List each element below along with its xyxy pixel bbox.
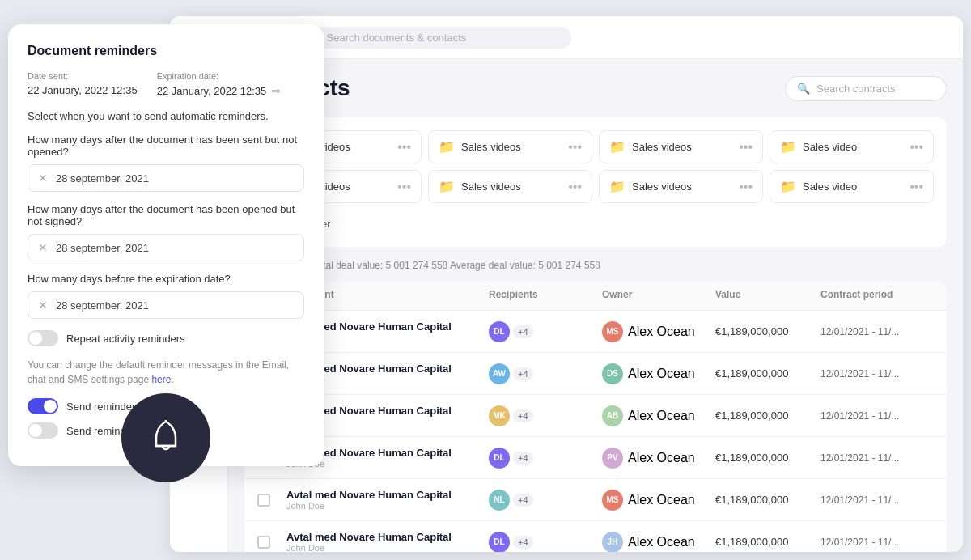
- search-icon: 🔍: [797, 83, 810, 95]
- folder-icon: 📁: [609, 179, 625, 194]
- count-badge: +4: [513, 536, 533, 549]
- folder-name: Sales video: [803, 180, 903, 193]
- contracts-table: Document Recipients Owner Value Contract…: [244, 281, 947, 552]
- period-cell: 12/01/2021 - 11/...: [820, 368, 934, 380]
- owner-cell: DS Alex Ocean: [602, 363, 715, 384]
- folder-item[interactable]: 📁 Sales video •••: [770, 170, 934, 203]
- repeat-toggle[interactable]: [28, 330, 58, 346]
- expiration-value: 22 January, 2022 12:35 ⇒: [157, 84, 282, 97]
- reminder-date-2: 28 september, 2021: [56, 242, 149, 254]
- date-row: Date sent: 22 January, 2022 12:35 Expira…: [28, 71, 304, 97]
- recipients-cell: NL +4: [489, 490, 602, 511]
- top-search-placeholder: Search documents & contacts: [327, 32, 467, 44]
- content-header: Contracts 🔍 Search contracts: [244, 75, 947, 101]
- count-badge: +4: [513, 409, 533, 422]
- avatar: AW: [489, 363, 510, 384]
- folder-item[interactable]: 📁 Sales video •••: [770, 130, 934, 163]
- recipients-cell: DL +4: [489, 321, 602, 342]
- owner-cell: MS Alex Ocean: [602, 321, 715, 342]
- date-sent-field: Date sent: 22 January, 2022 12:35: [28, 71, 138, 97]
- top-search-bar[interactable]: 🔍 Search documents & contacts: [296, 27, 571, 49]
- question-2: How many days after the document has bee…: [28, 203, 304, 227]
- send-sms-toggle[interactable]: [28, 422, 58, 439]
- row-checkbox[interactable]: [257, 536, 270, 549]
- period-cell: 12/01/2021 - 11/...: [820, 326, 934, 337]
- doc-name: Avtal med Novare Human Capital: [286, 489, 489, 501]
- owner-avatar: MS: [602, 490, 623, 511]
- reminder-input-1[interactable]: ✕ 28 september, 2021: [28, 164, 304, 192]
- col-period: Contract period: [820, 289, 934, 302]
- folder-item[interactable]: 📁 Sales videos •••: [428, 170, 592, 203]
- period-cell: 12/01/2021 - 11/...: [820, 537, 934, 548]
- doc-cell: Avtal med Novare Human Capital John Doe: [286, 531, 489, 552]
- folder-menu-icon[interactable]: •••: [568, 140, 582, 155]
- value-cell: €1,189,000,000: [715, 325, 820, 337]
- owner-cell: JH Alex Ocean: [602, 532, 715, 553]
- folder-menu-icon[interactable]: •••: [397, 180, 411, 194]
- question-1: How many days after the document has bee…: [28, 134, 304, 158]
- count-badge: +4: [513, 367, 533, 380]
- count-badge: +4: [513, 494, 533, 507]
- clear-icon-2[interactable]: ✕: [38, 241, 48, 254]
- owner-avatar: JH: [602, 532, 623, 553]
- value-cell: €1,189,000,000: [715, 494, 820, 506]
- row-checkbox[interactable]: [257, 494, 270, 507]
- folder-name: Sales videos: [632, 180, 732, 193]
- create-folder-button[interactable]: + Create folder: [257, 213, 934, 234]
- date-sent-value: 22 January, 2022 12:35: [28, 84, 138, 96]
- folder-menu-icon[interactable]: •••: [910, 140, 923, 155]
- reminder-input-3[interactable]: ✕ 28 september, 2021: [28, 291, 304, 319]
- owner-name: Alex Ocean: [628, 493, 695, 507]
- recipients-cell: DL +4: [489, 532, 602, 553]
- folder-name: Sales videos: [632, 141, 732, 153]
- folder-item[interactable]: 📁 Sales videos •••: [428, 130, 592, 163]
- contracts-search[interactable]: 🔍 Search contracts: [785, 76, 947, 101]
- owner-name: Alex Ocean: [628, 325, 695, 339]
- folder-menu-icon[interactable]: •••: [910, 180, 923, 194]
- table-row: Avtal med Novare Human Capital John Doe …: [244, 479, 947, 521]
- question-3: How many days before the expiration date…: [28, 273, 304, 285]
- folder-menu-icon[interactable]: •••: [568, 180, 582, 194]
- owner-avatar: DS: [602, 363, 623, 384]
- owner-cell: MS Alex Ocean: [602, 490, 715, 511]
- folder-icon: 📁: [609, 139, 625, 155]
- value-cell: €1,189,000,000: [715, 536, 820, 548]
- folder-menu-icon[interactable]: •••: [397, 140, 411, 155]
- reminder-input-2[interactable]: ✕ 28 september, 2021: [28, 234, 304, 261]
- owner-avatar: PV: [602, 448, 623, 469]
- reminders-panel: Document reminders Date sent: 22 January…: [8, 24, 324, 466]
- panel-title: Document reminders: [28, 44, 304, 58]
- contracts-search-placeholder: Search contracts: [816, 83, 896, 95]
- folder-icon: 📁: [439, 179, 455, 194]
- folder-icon: 📁: [439, 139, 455, 155]
- count-badge: +4: [513, 452, 533, 465]
- folders-section: 📁 Sales videos ••• 📁 Sales videos ••• 📁 …: [244, 117, 947, 247]
- reminder-date-1: 28 september, 2021: [56, 172, 149, 185]
- section-description: Select when you want to send automatic r…: [28, 110, 304, 122]
- folder-menu-icon[interactable]: •••: [739, 180, 753, 194]
- avatar: NL: [489, 490, 510, 511]
- folder-item[interactable]: 📁 Sales videos •••: [599, 130, 763, 163]
- info-text: You can change the default reminder mess…: [28, 358, 304, 387]
- folder-name: Sales videos: [461, 141, 562, 153]
- expiration-label: Expiration date:: [157, 71, 282, 81]
- arrow-right-icon: ⇒: [271, 84, 281, 97]
- doc-cell: Avtal med Novare Human Capital John Doe: [286, 489, 489, 511]
- clear-icon-3[interactable]: ✕: [38, 299, 48, 312]
- avatar: DL: [489, 532, 510, 553]
- info-link[interactable]: here: [151, 374, 171, 385]
- recipients-cell: MK +4: [489, 405, 602, 426]
- folder-menu-icon[interactable]: •••: [739, 140, 753, 155]
- bell-circle: [121, 393, 210, 482]
- recipients-cell: AW +4: [489, 363, 602, 384]
- reminder-date-3: 28 september, 2021: [56, 299, 149, 312]
- folder-icon: 📁: [780, 139, 796, 155]
- clear-icon-1[interactable]: ✕: [38, 172, 48, 185]
- table-row: Avtal med Novare Human Capital John Doe …: [244, 437, 947, 479]
- folder-item[interactable]: 📁 Sales videos •••: [599, 170, 763, 203]
- col-owner: Owner: [602, 289, 715, 302]
- content-area: Contracts 🔍 Search contracts 📁 Sales vid…: [228, 59, 963, 552]
- owner-name: Alex Ocean: [628, 409, 695, 423]
- send-email-toggle[interactable]: [28, 398, 58, 414]
- avatar: MK: [489, 405, 510, 426]
